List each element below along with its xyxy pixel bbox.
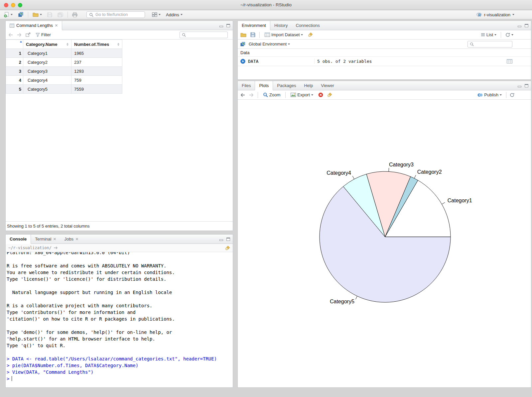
import-dataset-icon (265, 33, 270, 37)
tab-history[interactable]: History (270, 21, 292, 30)
panes-caret-icon[interactable] (159, 14, 161, 15)
open-file-caret-icon[interactable] (40, 14, 42, 15)
addins-button[interactable]: Addins (165, 12, 184, 18)
new-file-caret-icon[interactable] (11, 14, 13, 15)
save-all-icon (58, 12, 63, 17)
search-icon (89, 13, 93, 17)
filter-icon (36, 33, 40, 37)
close-window-button[interactable] (4, 3, 8, 7)
zoom-button[interactable]: Zoom (262, 92, 281, 98)
column-header-number-of-times[interactable]: Number.of.Times (71, 40, 122, 49)
table-row[interactable]: 1Category11965 (6, 49, 122, 58)
pie-label-Category3: Category3 (389, 162, 414, 167)
save-button[interactable] (46, 12, 53, 18)
maximize-pane-icon[interactable] (226, 24, 230, 27)
sort-icons[interactable] (115, 43, 119, 46)
minimize-pane-icon[interactable] (219, 238, 223, 241)
close-icon[interactable] (53, 238, 56, 241)
save-all-button[interactable] (57, 12, 64, 18)
clear-plots-icon[interactable] (327, 92, 332, 97)
open-file-button[interactable] (32, 12, 43, 18)
tab-plots[interactable]: Plots (255, 81, 273, 90)
view-data-button[interactable] (507, 59, 512, 63)
back-icon[interactable] (8, 33, 13, 37)
main-toolbar: Go to file/function Addins R r-visualiza… (0, 10, 532, 19)
environment-scope-row: Global Environment (238, 40, 531, 49)
minimize-pane-icon[interactable] (518, 24, 521, 27)
close-icon[interactable] (75, 238, 78, 241)
clear-console-icon[interactable] (225, 246, 230, 250)
zoom-window-button[interactable] (18, 3, 22, 7)
tab-jobs[interactable]: Jobs (60, 235, 82, 244)
pie-label-Category2: Category2 (417, 169, 442, 175)
print-button[interactable] (71, 12, 78, 18)
tab-packages[interactable]: Packages (273, 81, 300, 90)
save-workspace-icon[interactable] (250, 32, 255, 37)
publish-button[interactable]: Publish (476, 92, 503, 98)
forward-icon[interactable] (17, 33, 22, 37)
console-pathbar: ~/r-visualization/ (6, 244, 233, 252)
previous-plot-icon[interactable] (240, 93, 245, 97)
maximize-pane-icon[interactable] (525, 84, 528, 87)
sort-ascending-icon (20, 41, 22, 43)
environment-search-input[interactable] (467, 41, 512, 48)
column-header-category-name[interactable]: Category.Name (23, 40, 71, 49)
minimize-window-button[interactable] (11, 3, 15, 7)
project-menu[interactable]: R r-visualization (476, 12, 529, 17)
console[interactable]: Platform: x86_64-apple-darwin15.6.0 (64-… (6, 252, 233, 387)
tab-files[interactable]: Files (238, 81, 255, 90)
minimize-pane-icon[interactable] (518, 84, 521, 87)
console-output-line (7, 282, 232, 289)
export-caret-icon (311, 94, 313, 96)
close-icon[interactable] (55, 24, 58, 27)
panes-layout-icon (152, 12, 157, 17)
environment-object-row[interactable]: DATA 5 obs. of 2 variables (238, 57, 531, 66)
table-row[interactable]: 4Category4759 (6, 76, 122, 85)
goto-directory-icon[interactable] (54, 246, 58, 249)
next-plot-icon[interactable] (249, 93, 254, 97)
environment-scope-selector[interactable]: Global Environment (248, 41, 291, 47)
maximize-pane-icon[interactable] (525, 24, 528, 27)
clear-environment-icon[interactable] (308, 32, 313, 37)
new-project-button[interactable] (17, 11, 25, 18)
sort-icons[interactable] (64, 43, 68, 46)
workspace-panes-button[interactable] (151, 12, 162, 18)
tab-viewer[interactable]: Viewer (317, 81, 338, 90)
console-output-line: Type 'q()' to quit R. (7, 342, 232, 349)
refresh-icon (505, 33, 510, 37)
refresh-plots-icon[interactable] (510, 93, 514, 97)
zoom-icon (263, 92, 268, 97)
tab-command-lengths[interactable]: Command Lengths (6, 21, 62, 30)
column-header-rownum[interactable] (6, 40, 23, 49)
separator (67, 12, 68, 18)
open-workspace-icon[interactable] (240, 33, 246, 37)
import-dataset-button[interactable]: Import Dataset (264, 32, 304, 38)
tab-terminal[interactable]: Terminal (31, 235, 60, 244)
tab-console[interactable]: Console (6, 235, 31, 244)
save-icon (47, 12, 52, 17)
export-button[interactable]: Export (290, 92, 314, 98)
search-input[interactable] (180, 32, 228, 38)
console-output-line (7, 296, 232, 302)
console-output-line: 'help.start()' for an HTML browser inter… (7, 336, 232, 342)
tab-environment[interactable]: Environment (238, 21, 270, 30)
remove-plot-icon[interactable] (318, 92, 323, 97)
table-row[interactable]: 5Category57559 (6, 85, 122, 94)
console-input-line: > DATA <- read.table("/Users/lsalazar/co… (7, 355, 232, 362)
minimize-pane-icon[interactable] (219, 24, 223, 27)
table-row[interactable]: 2Category2237 (6, 58, 122, 67)
filter-button[interactable]: Filter (35, 32, 52, 38)
pie-label-Category4: Category4 (327, 170, 351, 176)
expand-object-icon[interactable] (240, 59, 245, 64)
goto-file-input[interactable]: Go to file/function (86, 11, 145, 18)
table-row[interactable]: 3Category31293 (6, 67, 122, 76)
new-project-icon (18, 12, 24, 17)
window-title: ~/r-visualization - RStudio (240, 2, 292, 7)
tab-help[interactable]: Help (300, 81, 317, 90)
maximize-pane-icon[interactable] (226, 238, 230, 241)
list-view-button[interactable]: List (480, 32, 497, 38)
refresh-environment-button[interactable] (504, 32, 514, 38)
tab-connections[interactable]: Connections (292, 21, 324, 30)
new-file-button[interactable] (3, 11, 14, 18)
popout-window-icon[interactable] (26, 33, 31, 37)
